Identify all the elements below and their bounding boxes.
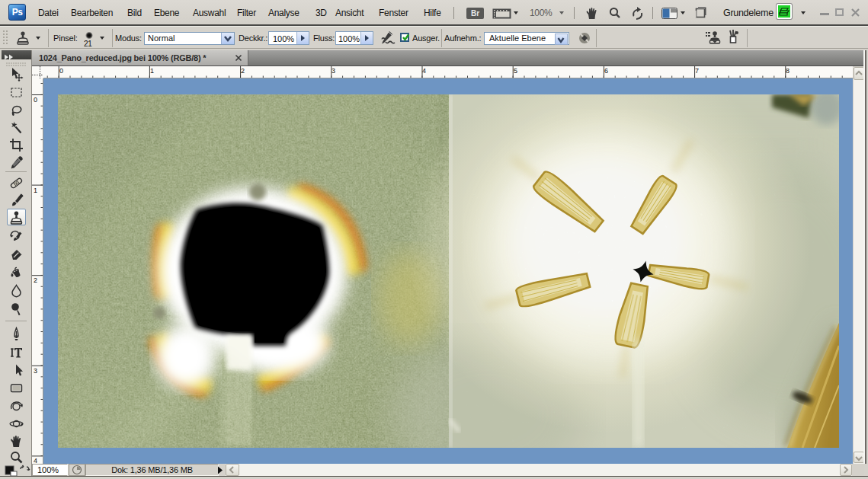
svg-text:6: 6 [604,67,608,75]
svg-text:1: 1 [150,67,154,75]
svg-text:7: 7 [695,67,699,75]
svg-text:2: 2 [34,276,37,284]
svg-text:2: 2 [241,67,245,75]
svg-text:5: 5 [514,67,517,75]
svg-text:4: 4 [34,457,37,464]
svg-text:0: 0 [59,67,63,75]
svg-text:0: 0 [34,96,37,104]
svg-text:4: 4 [422,67,426,75]
svg-text:1: 1 [34,187,37,194]
svg-text:8: 8 [786,67,790,75]
svg-text:3: 3 [332,67,335,75]
svg-text:3: 3 [34,367,37,375]
